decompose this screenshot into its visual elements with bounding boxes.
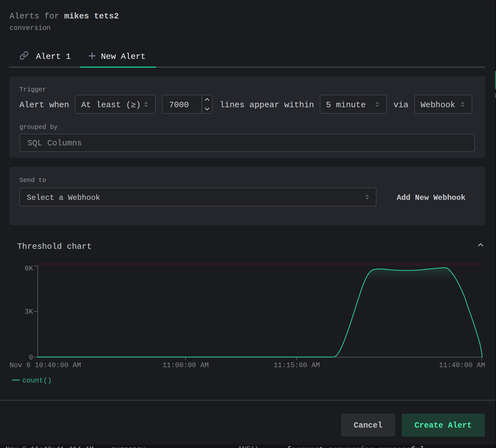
svg-text:11:40:00 AM: 11:40:00 AM: [439, 361, 485, 369]
svg-text:0: 0: [29, 354, 33, 362]
svg-text:11:15:00 AM: 11:15:00 AM: [273, 361, 320, 369]
svg-text:6K: 6K: [25, 265, 33, 273]
svg-text:Nov 6 10:40:00 AM: Nov 6 10:40:00 AM: [10, 361, 81, 369]
svg-text:3K: 3K: [25, 308, 33, 316]
svg-text:11:00:00 AM: 11:00:00 AM: [162, 361, 209, 369]
